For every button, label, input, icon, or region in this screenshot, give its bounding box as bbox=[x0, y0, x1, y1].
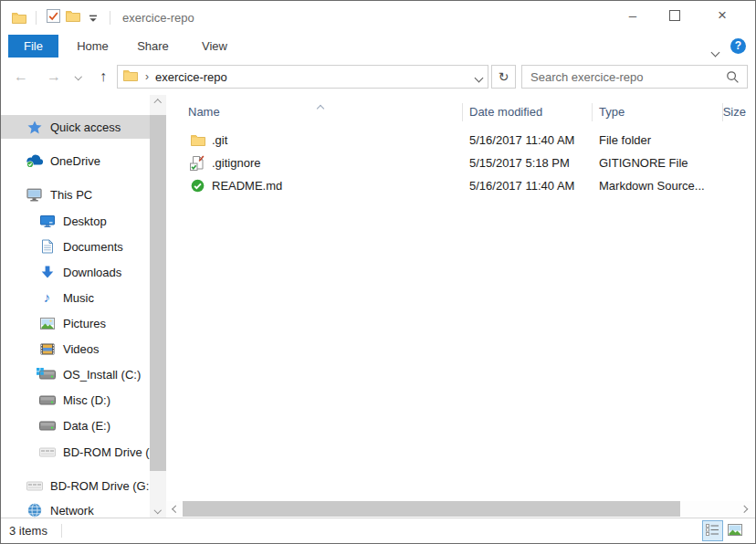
back-button[interactable]: ← bbox=[8, 58, 34, 95]
titlebar-separator bbox=[110, 11, 110, 25]
sidebar-item-bdrom-g[interactable]: BD-ROM Drive (G: bbox=[1, 474, 150, 497]
sidebar-item-label: Network bbox=[50, 504, 94, 518]
qat-new-folder-button[interactable] bbox=[63, 6, 83, 28]
column-divider[interactable] bbox=[462, 103, 463, 121]
sidebar-item-videos[interactable]: Videos bbox=[1, 337, 150, 361]
up-button[interactable]: ↑ bbox=[90, 58, 116, 95]
file-explorer-window: exercice-repo – × File Home Share View ?… bbox=[0, 0, 756, 544]
file-row-gitignore[interactable]: .gitignore 5/15/2017 5:18 PM GITIGNORE F… bbox=[166, 152, 755, 174]
file-date-modified: 5/16/2017 11:40 AM bbox=[469, 129, 574, 152]
column-header-name[interactable]: Name bbox=[188, 100, 220, 124]
file-name: .gitignore bbox=[212, 152, 260, 174]
sidebar-item-label: OS_Install (C:) bbox=[63, 368, 141, 382]
item-count: 3 items bbox=[9, 518, 47, 543]
maximize-button[interactable] bbox=[655, 1, 695, 29]
sidebar-item-this-pc[interactable]: This PC bbox=[1, 183, 150, 206]
minimize-button[interactable]: – bbox=[613, 1, 653, 29]
sidebar-item-label: BD-ROM Drive (G: bbox=[50, 479, 149, 493]
disc-drive-icon bbox=[38, 445, 56, 459]
qat-properties-button[interactable] bbox=[43, 6, 63, 28]
file-row-readme[interactable]: README.md 5/16/2017 11:40 AM Markdown So… bbox=[166, 174, 755, 197]
file-rows: .git 5/16/2017 11:40 AM File folder .git… bbox=[166, 129, 755, 197]
sidebar-item-bdrom-f[interactable]: BD-ROM Drive (F: bbox=[1, 440, 150, 464]
file-row-git[interactable]: .git 5/16/2017 11:40 AM File folder bbox=[166, 129, 755, 152]
sidebar-item-music[interactable]: ♪ Music bbox=[1, 286, 150, 309]
recent-locations-button[interactable] bbox=[72, 58, 85, 95]
file-type: File folder bbox=[599, 129, 651, 152]
qat-customize-button[interactable] bbox=[83, 6, 103, 28]
ribbon-tab-bar: File Home Share View bbox=[1, 34, 755, 59]
network-globe-icon bbox=[26, 503, 43, 518]
sidebar-item-label: Data (E:) bbox=[63, 419, 110, 433]
address-dropdown-button[interactable] bbox=[476, 68, 482, 85]
file-date-modified: 5/15/2017 5:18 PM bbox=[469, 152, 570, 174]
refresh-button[interactable]: ↻ bbox=[491, 65, 516, 89]
folder-icon bbox=[190, 132, 205, 148]
sidebar-scrollbar[interactable] bbox=[150, 95, 166, 518]
sidebar-item-quick-access[interactable]: Quick access bbox=[1, 115, 150, 139]
expand-ribbon-button[interactable] bbox=[712, 43, 719, 59]
music-note-icon: ♪ bbox=[38, 290, 56, 305]
horizontal-scrollbar[interactable] bbox=[166, 501, 755, 517]
file-name: .git bbox=[212, 129, 227, 152]
tab-file[interactable]: File bbox=[8, 35, 58, 58]
navigation-pane: Quick access OneDrive This PC Desktop bbox=[1, 95, 150, 518]
large-icons-view-button[interactable] bbox=[724, 520, 745, 541]
sidebar-item-label: Misc (D:) bbox=[63, 393, 110, 407]
film-icon bbox=[38, 341, 56, 356]
statusbar-separator bbox=[61, 524, 62, 538]
sidebar-item-desktop[interactable]: Desktop bbox=[1, 209, 150, 233]
column-divider[interactable] bbox=[592, 103, 593, 121]
document-icon bbox=[38, 239, 56, 254]
close-button[interactable]: × bbox=[702, 1, 742, 29]
details-view-button[interactable] bbox=[702, 520, 723, 541]
scroll-right-button[interactable] bbox=[736, 501, 751, 517]
sidebar-item-os-install-c[interactable]: OS_Install (C:) bbox=[1, 362, 150, 386]
help-button[interactable]: ? bbox=[730, 38, 746, 54]
column-header-date-modified[interactable]: Date modified bbox=[469, 100, 542, 124]
search-input[interactable] bbox=[522, 70, 726, 84]
sidebar-item-data-e[interactable]: Data (E:) bbox=[1, 413, 150, 437]
scroll-down-button[interactable] bbox=[150, 502, 166, 518]
chevron-up-icon bbox=[154, 99, 162, 107]
sidebar-item-label: OneDrive bbox=[50, 154, 100, 168]
scroll-up-button[interactable] bbox=[150, 95, 166, 110]
sidebar-item-downloads[interactable]: Downloads bbox=[1, 260, 150, 284]
sidebar-item-documents[interactable]: Documents bbox=[1, 235, 150, 258]
download-arrow-icon bbox=[38, 265, 56, 279]
customize-toolbar-icon bbox=[89, 9, 98, 26]
tab-share[interactable]: Share bbox=[131, 35, 175, 58]
sidebar-item-label: This PC bbox=[50, 188, 92, 202]
checkbox-check-icon bbox=[47, 9, 60, 26]
sidebar-item-label: Documents bbox=[63, 240, 123, 254]
file-type: GITIGNORE File bbox=[599, 152, 688, 174]
folder-icon bbox=[123, 68, 138, 85]
scrollbar-thumb[interactable] bbox=[150, 115, 166, 471]
column-header-row: Name Date modified Type Size bbox=[166, 100, 755, 124]
column-header-size[interactable]: Size bbox=[723, 100, 746, 124]
tab-view[interactable]: View bbox=[194, 35, 236, 58]
search-box bbox=[521, 65, 748, 89]
chevron-down-icon bbox=[475, 74, 484, 83]
search-icon[interactable] bbox=[726, 70, 740, 84]
forward-button[interactable]: → bbox=[41, 58, 67, 95]
tab-home[interactable]: Home bbox=[70, 35, 115, 58]
file-type: Markdown Source... bbox=[599, 174, 705, 197]
sidebar-item-misc-d[interactable]: Misc (D:) bbox=[1, 388, 150, 412]
navigation-toolbar: ← → ↑ › exercice-repo ↻ bbox=[1, 58, 755, 95]
sidebar-item-pictures[interactable]: Pictures bbox=[1, 311, 150, 335]
sidebar-item-label: Pictures bbox=[63, 317, 106, 330]
column-header-type[interactable]: Type bbox=[599, 100, 625, 124]
desktop-icon bbox=[38, 214, 56, 228]
file-date-modified: 5/16/2017 11:40 AM bbox=[469, 174, 574, 197]
file-list-pane: Name Date modified Type Size .git 5/16/2… bbox=[166, 95, 755, 518]
breadcrumb-separator-icon: › bbox=[145, 70, 149, 83]
address-bar[interactable]: › exercice-repo bbox=[117, 65, 488, 89]
sidebar-item-network[interactable]: Network bbox=[1, 498, 150, 518]
window-title: exercice-repo bbox=[122, 11, 194, 25]
scrollbar-thumb[interactable] bbox=[183, 501, 680, 517]
sidebar-item-onedrive[interactable]: OneDrive bbox=[1, 149, 150, 173]
scroll-left-button[interactable] bbox=[168, 501, 184, 517]
windows-logo-icon bbox=[37, 364, 44, 378]
breadcrumb-segment[interactable]: exercice-repo bbox=[155, 70, 227, 84]
